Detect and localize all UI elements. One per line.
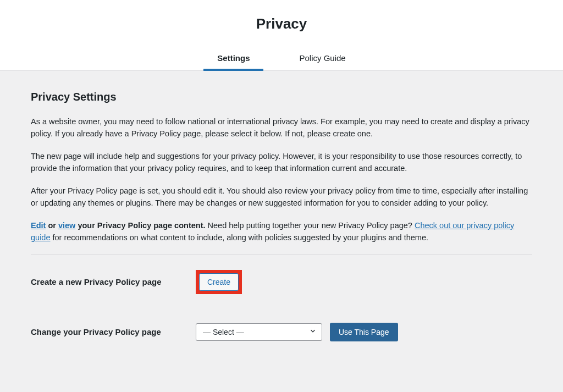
divider (31, 254, 532, 255)
edit-link[interactable]: Edit (31, 221, 46, 230)
view-link[interactable]: view (58, 221, 75, 230)
intro-paragraph-2: The new page will include help and sugge… (31, 150, 532, 175)
content-text: your Privacy Policy page content. (75, 221, 205, 230)
intro-paragraph-1: As a website owner, you may need to foll… (31, 115, 532, 140)
edit-view-paragraph: Edit or view your Privacy Policy page co… (31, 219, 532, 244)
create-label: Create a new Privacy Policy page (31, 277, 174, 286)
help-text: Need help putting together your new Priv… (206, 221, 415, 230)
create-button[interactable]: Create (199, 273, 239, 291)
or-text: or (46, 221, 58, 230)
create-row: Create a new Privacy Policy page Create (31, 270, 532, 294)
change-row: Change your Privacy Policy page — Select… (31, 323, 532, 341)
use-this-page-button[interactable]: Use This Page (330, 323, 398, 341)
page-select[interactable]: — Select — (196, 323, 322, 341)
change-label: Change your Privacy Policy page (31, 327, 174, 336)
page-title: Privacy (0, 15, 563, 32)
tab-policy-guide[interactable]: Policy Guide (299, 48, 345, 70)
create-highlight: Create (196, 270, 242, 294)
tab-bar: Settings Policy Guide (0, 48, 563, 70)
section-title: Privacy Settings (31, 91, 532, 103)
tab-settings[interactable]: Settings (217, 48, 250, 70)
recommendations-text: for recommendations on what content to i… (50, 233, 428, 242)
intro-paragraph-3: After your Privacy Policy page is set, y… (31, 185, 532, 209)
